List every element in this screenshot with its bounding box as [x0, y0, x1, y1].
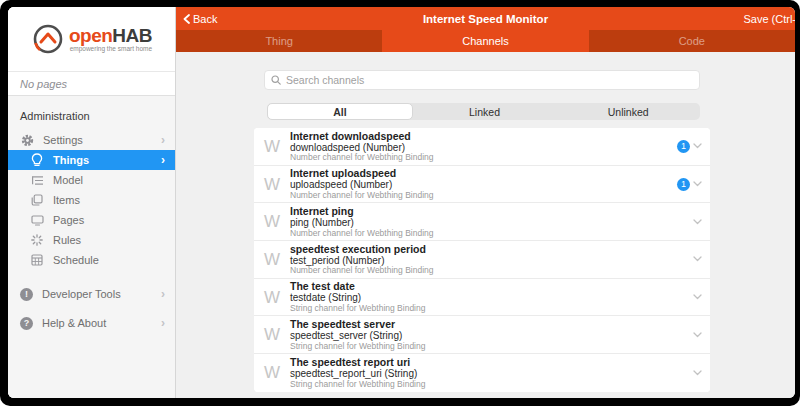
- channel-row-testdate[interactable]: W The test date testdate (String) String…: [254, 279, 710, 317]
- chevron-right-icon: ›: [161, 153, 165, 167]
- channel-row-uploadspeed[interactable]: W Internet uploadspeed uploadspeed (Numb…: [254, 166, 710, 204]
- tab-bar: Thing Channels Code: [176, 30, 795, 52]
- search-input[interactable]: [286, 74, 693, 86]
- tab-thing[interactable]: Thing: [176, 30, 382, 52]
- chevron-down-icon: [693, 181, 702, 187]
- sidebar-item-developer-tools[interactable]: ! Developer Tools ›: [8, 284, 175, 304]
- chevron-down-icon: [693, 256, 702, 262]
- channel-title: Internet ping: [290, 205, 693, 217]
- channel-title: The speedtest server: [290, 318, 693, 330]
- channel-row-speedtest-server[interactable]: W The speedtest server speedtest_server …: [254, 316, 710, 354]
- webthing-binding-icon: W: [264, 138, 286, 155]
- sidebar: openHAB empowering the smart home No pag…: [8, 7, 176, 398]
- sidebar-item-model[interactable]: Model: [8, 170, 175, 190]
- channel-title: Internet uploadspeed: [290, 167, 677, 179]
- brand-hab: HAB: [112, 25, 152, 46]
- sidebar-item-label: Items: [53, 194, 165, 206]
- sidebar-item-label: Model: [53, 174, 165, 186]
- items-copy-icon: [30, 193, 44, 207]
- sidebar-item-label: Developer Tools: [42, 288, 161, 300]
- sidebar-item-items[interactable]: Items: [8, 190, 175, 210]
- sidebar-item-label: Help & About: [42, 317, 161, 329]
- search-channels-box: [264, 70, 700, 90]
- filter-option-all[interactable]: All: [267, 103, 413, 120]
- openhab-logo[interactable]: openHAB empowering the smart home: [8, 7, 175, 71]
- lightbulb-pin-icon: [30, 153, 44, 167]
- tab-channels[interactable]: Channels: [382, 30, 588, 52]
- back-label: Back: [193, 13, 217, 25]
- filter-option-linked[interactable]: Linked: [413, 103, 557, 120]
- search-icon: [271, 75, 281, 85]
- chevron-right-icon: ›: [161, 316, 165, 330]
- webthing-binding-icon: W: [264, 213, 286, 230]
- sidebar-item-schedule[interactable]: Schedule: [8, 250, 175, 270]
- channel-title: speedtest execution period: [290, 243, 693, 255]
- channels-content: All Linked Unlinked W Internet downloads…: [176, 52, 795, 398]
- channel-row-ping[interactable]: W Internet ping ping (Number) Number cha…: [254, 203, 710, 241]
- channel-row-downloadspeed[interactable]: W Internet downloadspeed downloadspeed (…: [254, 128, 710, 166]
- window-frame: openHAB empowering the smart home No pag…: [0, 0, 800, 406]
- top-navbar: Back Internet Speed Monitor Save (Ctrl-: [176, 7, 795, 30]
- openhab-logo-icon: [31, 22, 65, 56]
- channel-title: The speedtest report uri: [290, 356, 693, 368]
- sidebar-item-things[interactable]: Things ›: [8, 150, 175, 170]
- channel-description: Number channel for Webthing Binding: [290, 266, 693, 276]
- gear-icon: [20, 133, 34, 147]
- sidebar-item-label: Things: [53, 154, 161, 166]
- channel-id: ping (Number): [290, 217, 693, 229]
- sidebar-item-label: Rules: [53, 234, 165, 246]
- sidebar-item-pages[interactable]: Pages: [8, 210, 175, 230]
- webthing-binding-icon: W: [264, 251, 286, 268]
- page-title: Internet Speed Monitor: [176, 13, 795, 25]
- sidebar-item-rules[interactable]: Rules: [8, 230, 175, 250]
- channel-id: speedtest_server (String): [290, 330, 693, 342]
- chevron-down-icon: [693, 370, 702, 376]
- save-button[interactable]: Save (Ctrl-: [743, 13, 795, 25]
- chevron-down-icon: [693, 219, 702, 225]
- linked-items-badge: 1: [677, 178, 690, 191]
- chevron-down-icon: [693, 143, 702, 149]
- linked-items-badge: 1: [677, 140, 690, 153]
- chevron-down-icon: [693, 294, 702, 300]
- filter-option-unlinked[interactable]: Unlinked: [556, 103, 700, 120]
- webthing-binding-icon: W: [264, 326, 286, 343]
- sidebar-item-label: Settings: [43, 134, 161, 146]
- webthing-binding-icon: W: [264, 289, 286, 306]
- tab-code[interactable]: Code: [589, 30, 795, 52]
- pages-display-icon: [30, 213, 44, 227]
- channel-list: W Internet downloadspeed downloadspeed (…: [254, 128, 710, 392]
- channel-description: String channel for Webthing Binding: [290, 380, 693, 390]
- sidebar-admin-section: Administration Settings ›: [8, 96, 175, 398]
- app-window: openHAB empowering the smart home No pag…: [8, 7, 795, 398]
- brand-tagline: empowering the smart home: [70, 46, 152, 53]
- channel-description: String channel for Webthing Binding: [290, 342, 693, 352]
- main-panel: Back Internet Speed Monitor Save (Ctrl- …: [176, 7, 795, 398]
- sidebar-item-help-about[interactable]: ? Help & About ›: [8, 313, 175, 333]
- channel-description: Number channel for Webthing Binding: [290, 191, 677, 201]
- channel-row-speedtest-report-uri[interactable]: W The speedtest report uri speedtest_rep…: [254, 354, 710, 392]
- back-chevron-icon: [183, 14, 190, 24]
- back-button[interactable]: Back: [176, 13, 217, 25]
- channel-title: Internet downloadspeed: [290, 130, 677, 142]
- webthing-binding-icon: W: [264, 364, 286, 381]
- no-pages-label: No pages: [8, 71, 175, 96]
- developer-tools-icon: !: [20, 288, 33, 301]
- channel-row-test-period[interactable]: W speedtest execution period test_period…: [254, 241, 710, 279]
- channel-title: The test date: [290, 280, 693, 292]
- sidebar-item-settings[interactable]: Settings ›: [8, 130, 175, 150]
- rules-sparkle-icon: [30, 233, 44, 247]
- chevron-down-icon: [693, 332, 702, 338]
- sidebar-item-label: Pages: [53, 214, 165, 226]
- sidebar-section-label: Administration: [8, 106, 175, 130]
- sidebar-item-label: Schedule: [53, 254, 165, 266]
- webthing-binding-icon: W: [264, 176, 286, 193]
- chevron-right-icon: ›: [161, 287, 165, 301]
- channel-description: Number channel for Webthing Binding: [290, 153, 677, 163]
- model-tree-icon: [30, 173, 44, 187]
- help-icon: ?: [20, 317, 33, 330]
- channel-description: Number channel for Webthing Binding: [290, 229, 693, 239]
- channel-description: String channel for Webthing Binding: [290, 304, 693, 314]
- brand-open: open: [69, 25, 112, 46]
- chevron-right-icon: ›: [161, 133, 165, 147]
- filter-segmented-control: All Linked Unlinked: [267, 103, 700, 120]
